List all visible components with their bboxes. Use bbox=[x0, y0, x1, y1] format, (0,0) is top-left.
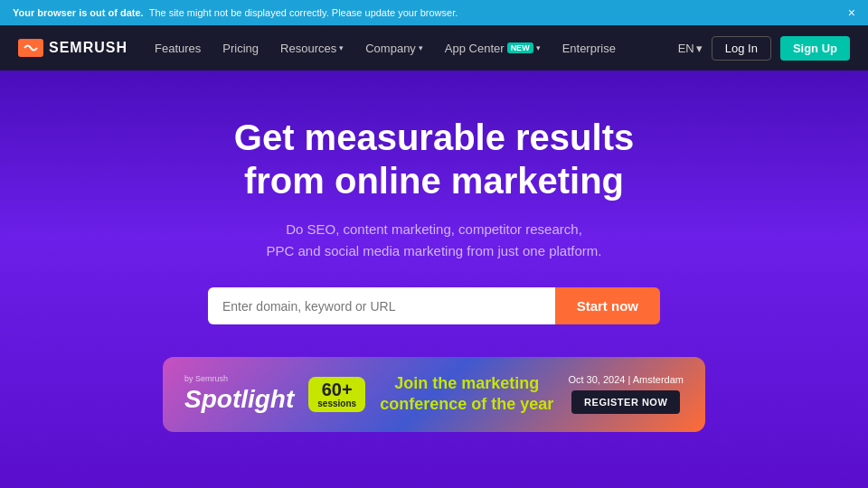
resources-chevron-icon: ▾ bbox=[339, 43, 344, 52]
spotlight-right: Oct 30, 2024 | Amsterdam REGISTER NOW bbox=[568, 374, 684, 414]
join-text: Join the marketing conference of the yea… bbox=[380, 373, 553, 416]
logo-icon bbox=[18, 39, 43, 57]
search-bar: Start now bbox=[208, 287, 660, 324]
search-input[interactable] bbox=[208, 287, 555, 324]
sessions-label: sessions bbox=[317, 399, 356, 408]
lang-chevron-icon: ▾ bbox=[696, 42, 703, 55]
signup-button[interactable]: Sign Up bbox=[780, 36, 850, 61]
logo[interactable]: SEMRUSH bbox=[18, 39, 127, 57]
sessions-badge: 60+ sessions bbox=[308, 377, 365, 412]
nav-company[interactable]: Company ▾ bbox=[356, 36, 432, 61]
nav-app-center[interactable]: App Center NEW ▾ bbox=[436, 36, 550, 61]
warning-close-button[interactable]: × bbox=[848, 5, 855, 20]
nav-links: Features Pricing Resources ▾ Company ▾ A… bbox=[146, 36, 660, 61]
warning-detail-text: The site might not be displayed correctl… bbox=[149, 7, 843, 18]
spotlight-banner: by Semrush Spotlight 60+ sessions Join t… bbox=[163, 357, 705, 432]
app-center-badge: NEW bbox=[507, 42, 533, 53]
company-chevron-icon: ▾ bbox=[419, 43, 423, 52]
browser-warning-bar: Your browser is out of date. The site mi… bbox=[0, 0, 868, 25]
hero-title: Get measurable results from online marke… bbox=[18, 116, 850, 202]
navbar: SEMRUSH Features Pricing Resources ▾ Com… bbox=[0, 25, 868, 70]
spotlight-by-label: by Semrush bbox=[184, 374, 228, 383]
sessions-number: 60+ bbox=[317, 380, 356, 399]
app-center-chevron-icon: ▾ bbox=[536, 43, 541, 52]
warning-bold-text: Your browser is out of date. bbox=[13, 7, 144, 18]
logo-text: SEMRUSH bbox=[49, 40, 127, 56]
hero-section: Get measurable results from online marke… bbox=[0, 70, 868, 486]
register-now-button[interactable]: REGISTER NOW bbox=[571, 390, 680, 414]
start-now-button[interactable]: Start now bbox=[555, 287, 660, 324]
language-selector[interactable]: EN ▾ bbox=[678, 42, 703, 55]
nav-right: EN ▾ Log In Sign Up bbox=[678, 36, 850, 61]
spotlight-title: Spotlight bbox=[184, 385, 294, 414]
nav-pricing[interactable]: Pricing bbox=[213, 36, 268, 61]
nav-resources[interactable]: Resources ▾ bbox=[271, 36, 353, 61]
event-date: Oct 30, 2024 | Amsterdam bbox=[568, 374, 684, 385]
spotlight-left: by Semrush Spotlight bbox=[184, 374, 294, 414]
spotlight-middle: Join the marketing conference of the yea… bbox=[380, 373, 553, 416]
nav-features[interactable]: Features bbox=[146, 36, 210, 61]
login-button[interactable]: Log In bbox=[712, 36, 771, 61]
nav-enterprise[interactable]: Enterprise bbox=[553, 36, 625, 61]
hero-subtitle: Do SEO, content marketing, competitor re… bbox=[18, 219, 850, 262]
